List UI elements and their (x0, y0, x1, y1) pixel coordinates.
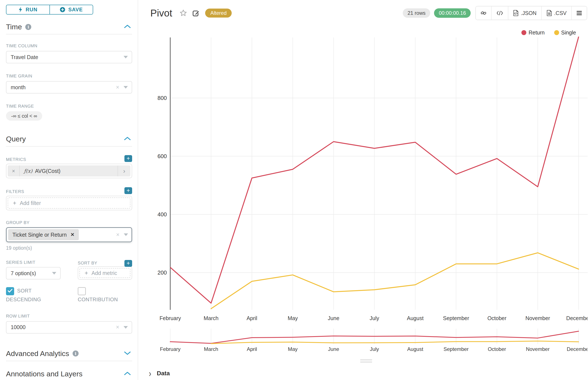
chevron-up-icon[interactable] (124, 25, 131, 29)
altered-badge[interactable]: Altered (205, 9, 232, 18)
chevron-down-icon[interactable] (124, 351, 131, 356)
group-by-tag-label: Ticket Single or Return (12, 232, 67, 238)
export-json-button[interactable]: .JSON (508, 6, 541, 20)
chart-menu-button[interactable] (571, 6, 587, 20)
clear-icon[interactable]: × (116, 231, 120, 238)
row-limit-value: 10000 (11, 324, 116, 330)
panel-resize-handle[interactable] (360, 360, 372, 364)
remove-tag-icon[interactable]: ✕ (70, 232, 74, 237)
remove-metric-icon[interactable]: × (8, 165, 20, 176)
time-section-header[interactable]: Time i (6, 23, 132, 31)
chevron-down-icon (123, 86, 128, 89)
plus-icon: + (84, 270, 88, 276)
contribution-checkbox[interactable] (78, 287, 86, 295)
svg-text:February: February (160, 346, 181, 352)
embed-code-button[interactable] (491, 6, 508, 20)
series-limit-select[interactable]: 7 option(s) (6, 267, 61, 279)
save-button[interactable]: SAVE (50, 5, 93, 14)
section-divider (6, 146, 132, 147)
chevron-right-icon[interactable]: › (118, 166, 130, 176)
clear-icon[interactable]: × (116, 324, 119, 331)
filters-box: + Add filter (6, 196, 132, 210)
query-section-header[interactable]: Query (6, 135, 132, 143)
time-range-label: TIME RANGE (6, 104, 132, 109)
svg-text:December: December (566, 315, 588, 321)
svg-text:August: August (407, 315, 424, 321)
run-button[interactable]: RUN (6, 5, 50, 14)
row-limit-select[interactable]: 10000 × (6, 321, 132, 334)
metric-pill[interactable]: × ƒ(x) AVG(Cost) › (8, 165, 130, 176)
edit-properties-icon[interactable] (192, 9, 200, 17)
section-divider (6, 361, 132, 361)
export-json-label: .JSON (521, 10, 537, 16)
copy-link-button[interactable] (476, 6, 491, 20)
group-by-select[interactable]: Ticket Single or Return ✕ × (6, 227, 132, 242)
svg-text:July: July (370, 346, 379, 352)
svg-text:November: November (526, 315, 550, 321)
export-csv-button[interactable]: .CSV (541, 6, 571, 20)
chevron-down-icon (123, 326, 128, 329)
lightning-bolt-icon (19, 7, 23, 12)
chevron-up-icon[interactable] (124, 372, 131, 376)
svg-text:June: June (328, 315, 339, 321)
plus-icon: + (13, 200, 16, 207)
hamburger-menu-icon (576, 11, 582, 15)
run-button-label: RUN (26, 7, 38, 13)
annotations-header[interactable]: Annotations and Layers (6, 370, 132, 378)
legend-dot (554, 30, 559, 35)
fx-icon: ƒ(x) (24, 168, 32, 174)
add-filter-button[interactable]: + Add filter (8, 197, 130, 209)
y-axis: 200400600800 (158, 95, 588, 276)
series-line-single (211, 253, 579, 309)
link-icon (481, 10, 487, 16)
chevron-down-icon (123, 56, 128, 58)
annotations-title: Annotations and Layers (6, 370, 82, 378)
x-axis-labels: FebruaryMarchAprilMayJuneJulyAugustSepte… (160, 315, 588, 321)
filters-label: FILTERS (6, 189, 24, 194)
add-sort-metric-button[interactable]: + Add metric (80, 268, 130, 278)
time-range-value[interactable]: -∞ ≤ col < ∞ (6, 111, 42, 121)
svg-text:September: September (443, 315, 469, 321)
advanced-analytics-header[interactable]: Advanced Analytics i (6, 349, 132, 358)
svg-text:April: April (247, 346, 257, 352)
chevron-up-icon[interactable] (124, 137, 131, 141)
add-metric-plus-button[interactable]: + (124, 155, 132, 162)
metrics-box: × ƒ(x) AVG(Cost) › (6, 164, 132, 178)
chart-title: Pivot (150, 7, 172, 19)
section-divider (6, 34, 132, 35)
csv-file-icon (547, 10, 552, 16)
time-column-label: TIME COLUMN (6, 43, 132, 48)
export-csv-label: .CSV (554, 10, 567, 16)
query-timer-badge: 00:00:00.16 (434, 8, 471, 18)
add-filter-plus-button[interactable]: + (124, 187, 132, 194)
time-column-select[interactable]: Travel Date (6, 51, 132, 63)
svg-text:July: July (370, 315, 379, 321)
svg-text:March: March (204, 315, 218, 321)
svg-text:September: September (444, 346, 468, 352)
legend-item-return[interactable]: Return (521, 30, 545, 36)
data-section-toggle[interactable]: › Data (149, 370, 170, 377)
export-button-group: .JSON .CSV (475, 6, 587, 20)
explore-view: RUN SAVE Time i TIME COLUMN Travel Date (0, 0, 588, 380)
series-line-return (170, 37, 579, 303)
sort-by-box: + Add metric (78, 266, 132, 280)
group-by-label: GROUP BY (6, 220, 132, 225)
svg-text:October: October (487, 315, 507, 321)
group-by-options-hint: 19 option(s) (6, 245, 132, 251)
add-metric-placeholder: Add metric (91, 270, 117, 276)
legend-item-single[interactable]: Single (554, 30, 576, 36)
time-grain-select[interactable]: month × (6, 81, 132, 94)
svg-text:December: December (567, 346, 588, 352)
clear-icon[interactable]: × (116, 84, 119, 91)
time-grain-value: month (11, 84, 116, 91)
legend-dot (521, 30, 526, 35)
series-limit-value: 7 option(s) (11, 270, 52, 276)
sort-by-plus-button[interactable]: + (124, 260, 132, 267)
sort-descending-checkbox[interactable] (6, 287, 14, 295)
chevron-down-icon (52, 272, 56, 275)
svg-text:October: October (488, 346, 506, 352)
favorite-star-icon[interactable] (180, 9, 187, 17)
legend-label: Single (561, 30, 576, 36)
svg-text:800: 800 (158, 95, 167, 101)
save-button-label: SAVE (68, 7, 83, 13)
